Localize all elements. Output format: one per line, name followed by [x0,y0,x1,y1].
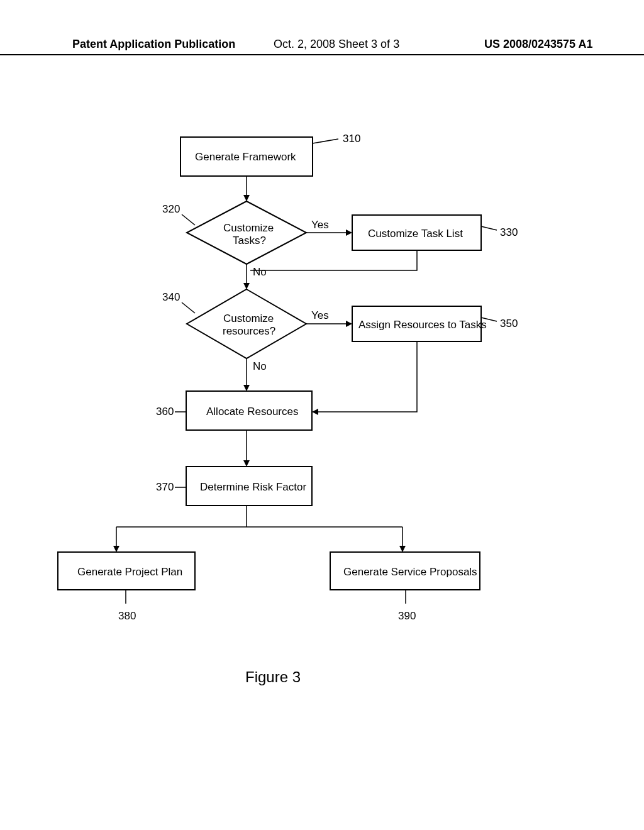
ref-390: 390 [398,610,416,622]
text-generate-project-plan: Generate Project Plan [77,566,182,578]
text-customize-tasks-1: Customize [223,222,274,234]
label-yes-2: Yes [311,309,329,321]
label-no-2: No [253,360,267,372]
text-generate-service-proposals: Generate Service Proposals [343,566,477,578]
ref-380: 380 [118,610,136,622]
ref-370: 370 [156,481,174,493]
text-assign-resources: Assign Resources to Tasks [358,319,487,331]
ref-330: 330 [500,226,518,238]
text-generate-framework: Generate Framework [195,151,296,163]
ref-340: 340 [162,291,180,303]
text-allocate-resources: Allocate Resources [206,406,298,418]
ref-360: 360 [156,406,174,418]
svg-line-6 [182,302,195,313]
ref-320: 320 [162,203,180,215]
text-determine-risk: Determine Risk Factor [200,481,306,493]
svg-line-4 [481,226,497,230]
text-customize-resources-1: Customize [223,313,274,324]
text-customize-tasks-2: Tasks? [233,235,266,246]
svg-line-0 [313,139,338,143]
figure-label: Figure 3 [245,668,301,685]
svg-line-2 [182,214,195,225]
text-customize-resources-2: resources? [223,325,275,337]
label-yes-1: Yes [311,219,329,231]
text-customize-task-list: Customize Task List [368,228,463,240]
flowchart-svg: Generate Framework 310 Customize Tasks? … [0,0,644,830]
ref-350: 350 [500,318,518,329]
ref-310: 310 [343,133,360,145]
label-no-1: No [253,266,267,278]
